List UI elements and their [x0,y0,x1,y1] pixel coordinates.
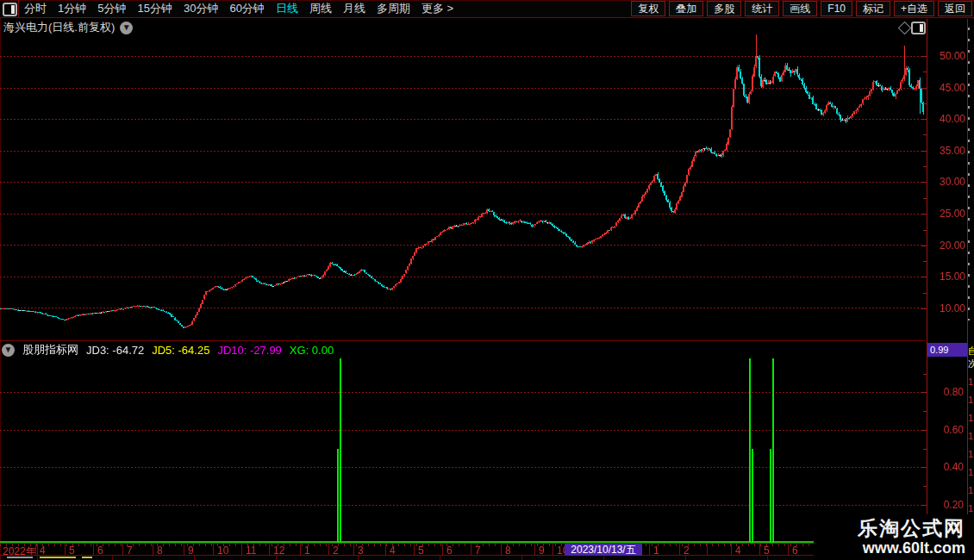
clipped-digit: 1 [968,395,974,405]
toolbar-right-button-3[interactable]: 统计 [745,1,779,16]
timeline-divider [788,544,789,555]
selected-date-badge: 2023/10/13/五 [565,544,642,556]
toolbar-right-buttons: 复权叠加多股统计画线F10标记+自选返回 [631,1,972,16]
timeline-divider [35,544,36,555]
bottom-strip-divider [358,556,359,560]
bottom-strip-divider [685,556,686,560]
axis-minor-tick [923,486,927,487]
axis-tick [921,430,927,431]
period-tab-7[interactable]: 周线 [309,1,332,16]
layout-panel-icon[interactable] [3,3,17,16]
price-axis-label: 20.00 [927,240,965,252]
indicator-max-badge: 0.99 [927,343,967,357]
toolbar-right-button-8[interactable]: 返回 [938,1,972,16]
tdx-stock-app-window: 分时1分钟5分钟15分钟30分钟60分钟日线周线月线多周期更多 > 复权叠加多股… [0,0,974,560]
price-axis-label: 15.00 [927,271,965,283]
bottom-strip-divider [194,556,195,560]
timeline-divider [153,544,153,555]
indicator-axis-label: 0.20 [927,499,964,511]
period-tab-8[interactable]: 月线 [343,1,365,16]
timeline-divider [213,544,214,555]
timeline-divider [184,544,184,555]
toolbar-right-button-4[interactable]: 画线 [783,1,817,16]
bottom-strip-divider [276,556,277,560]
toolbar-divider [18,0,19,17]
axis-tick [921,277,927,277]
bottom-strip-divider [521,556,522,560]
price-axis-label: 10.00 [927,302,965,314]
toolbar-right-button-7[interactable]: +自选 [894,1,934,16]
timeline-divider [649,544,650,555]
period-tab-4[interactable]: 30分钟 [184,1,218,16]
axis-tick [921,246,927,246]
toolbar-right-button-1[interactable]: 叠加 [669,1,703,16]
period-tab-5[interactable]: 60分钟 [229,1,264,16]
chevron-down-icon[interactable]: ▼ [2,344,15,357]
axis-minor-tick [923,261,927,262]
axis-minor-tick [923,411,927,412]
price-axis-label: 30.00 [927,176,965,188]
axis-tick [921,467,927,468]
timeline-divider [65,544,66,555]
timeline-ticks [0,544,925,546]
period-tab-6[interactable]: 日线 [276,1,298,16]
timeline-divider [385,544,386,555]
axis-minor-tick [923,103,927,104]
axis-tick [921,214,927,215]
toolbar-right-button-5[interactable]: F10 [821,1,852,16]
timeline-divider [269,544,270,555]
axis-minor-tick [923,72,927,72]
axis-tick [921,119,927,120]
period-tab-9[interactable]: 多周期 [377,1,410,16]
indicator-field-jd10: JD10: -27.99 [217,344,281,357]
axis-minor-tick [923,166,927,167]
timeline-divider [501,544,502,555]
timeline-divider [93,544,94,555]
toolbar-right-button-6[interactable]: 标记 [856,1,890,16]
timeline-divider [37,544,38,555]
panel-icon-bar [11,5,15,14]
axis-tick [921,88,927,89]
price-axis-line [927,19,927,555]
clipped-digit: 1 [968,503,974,513]
price-axis-label: 40.00 [927,113,965,125]
bottom-strip-divider [603,556,604,560]
watermark: 乐淘公式网 www.60lt.com [814,514,974,560]
timeline-divider [679,544,680,555]
clipped-digit: 1 [968,376,974,387]
price-axis-label: 25.00 [927,208,965,220]
toolbar-right-button-0[interactable]: 复权 [631,1,665,16]
price-axis-label: 35.00 [927,145,965,157]
timeline-divider [353,544,354,555]
timeline-divider [534,544,535,555]
period-tab-3[interactable]: 15分钟 [137,1,172,16]
timeline-divider [442,544,443,555]
period-tab-2[interactable]: 5分钟 [97,1,126,16]
clipped-text-marks [968,28,970,320]
axis-tick [921,392,927,393]
timeline-divider [759,544,760,555]
timeline-divider [328,544,329,555]
period-tab-10[interactable]: 更多 > [421,1,453,16]
bottom-strip-divider [112,556,113,560]
clipped-digit: 1 [968,467,974,477]
period-tab-1[interactable]: 1分钟 [58,1,86,16]
candlestick-chart[interactable] [0,19,925,544]
timeline-divider [731,544,732,555]
bottom-strip-divider [37,556,38,560]
status-fragment [7,557,33,558]
period-tabs: 分时1分钟5分钟15分钟30分钟60分钟日线周线月线多周期更多 > [24,0,453,17]
clipped-digit: 1 [968,413,974,423]
clipped-char: 自 [968,345,974,358]
bottom-strip-divider [0,556,1,560]
period-tab-0[interactable]: 分时 [24,1,47,16]
watermark-site-name: 乐淘公式网 [819,517,965,539]
axis-tick [921,56,927,57]
timeline-divider [122,544,123,555]
bottom-strip-divider [767,556,768,560]
indicator-axis-label: 0.80 [927,386,964,398]
timeline-divider [553,544,553,555]
indicator-field-xg: XG: 0.00 [290,344,334,357]
axis-minor-tick [923,293,927,294]
toolbar-right-button-2[interactable]: 多股 [707,1,741,16]
